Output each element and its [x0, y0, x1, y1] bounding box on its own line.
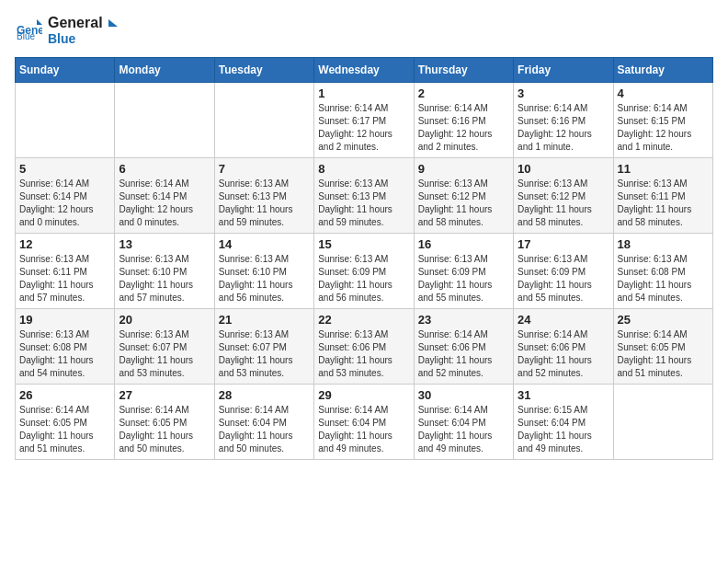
- day-number: 26: [19, 388, 110, 402]
- day-detail: Sunrise: 6:14 AM Sunset: 6:15 PM Dayligh…: [618, 102, 709, 154]
- calendar-day-cell: 12Sunrise: 6:13 AM Sunset: 6:11 PM Dayli…: [16, 234, 115, 309]
- day-detail: Sunrise: 6:13 AM Sunset: 6:12 PM Dayligh…: [418, 178, 509, 229]
- day-number: 30: [418, 388, 509, 402]
- svg-marker-3: [108, 19, 118, 27]
- day-number: 29: [318, 388, 409, 402]
- calendar-day-cell: 4Sunrise: 6:14 AM Sunset: 6:15 PM Daylig…: [613, 83, 712, 158]
- day-detail: Sunrise: 6:13 AM Sunset: 6:08 PM Dayligh…: [618, 253, 709, 304]
- day-number: 11: [618, 162, 709, 176]
- calendar-day-cell: 30Sunrise: 6:14 AM Sunset: 6:04 PM Dayli…: [414, 385, 513, 460]
- day-detail: Sunrise: 6:14 AM Sunset: 6:14 PM Dayligh…: [19, 178, 110, 229]
- calendar-day-cell: 6Sunrise: 6:14 AM Sunset: 6:14 PM Daylig…: [115, 158, 214, 234]
- day-number: 10: [518, 162, 609, 176]
- day-number: 18: [618, 237, 709, 251]
- calendar-day-header: Sunday: [16, 58, 115, 83]
- day-number: 8: [318, 162, 409, 176]
- calendar-week-row: 1Sunrise: 6:14 AM Sunset: 6:17 PM Daylig…: [16, 83, 713, 158]
- day-number: 2: [418, 86, 509, 100]
- day-number: 23: [418, 313, 509, 327]
- day-detail: Sunrise: 6:13 AM Sunset: 6:09 PM Dayligh…: [418, 253, 509, 304]
- day-detail: Sunrise: 6:13 AM Sunset: 6:06 PM Dayligh…: [318, 328, 409, 380]
- calendar-day-header: Friday: [514, 58, 613, 83]
- calendar-day-header: Saturday: [613, 58, 712, 83]
- calendar-day-header: Tuesday: [214, 58, 313, 83]
- calendar-day-cell: [613, 385, 712, 460]
- svg-text:Blue: Blue: [17, 31, 35, 41]
- day-detail: Sunrise: 6:14 AM Sunset: 6:17 PM Dayligh…: [318, 102, 409, 154]
- day-number: 19: [19, 313, 110, 327]
- day-number: 16: [418, 237, 509, 251]
- day-detail: Sunrise: 6:13 AM Sunset: 6:08 PM Dayligh…: [19, 328, 110, 380]
- calendar-day-cell: 18Sunrise: 6:13 AM Sunset: 6:08 PM Dayli…: [613, 234, 712, 309]
- calendar-day-cell: 29Sunrise: 6:14 AM Sunset: 6:04 PM Dayli…: [314, 385, 414, 460]
- day-detail: Sunrise: 6:13 AM Sunset: 6:09 PM Dayligh…: [318, 253, 409, 304]
- calendar-day-cell: 8Sunrise: 6:13 AM Sunset: 6:13 PM Daylig…: [314, 158, 414, 234]
- day-number: 20: [119, 313, 210, 327]
- calendar-day-cell: 5Sunrise: 6:14 AM Sunset: 6:14 PM Daylig…: [16, 158, 115, 234]
- logo-icon: General Blue: [17, 16, 42, 41]
- day-detail: Sunrise: 6:14 AM Sunset: 6:05 PM Dayligh…: [19, 404, 110, 455]
- day-number: 22: [318, 313, 409, 327]
- calendar-day-cell: [16, 83, 115, 158]
- calendar-day-cell: 16Sunrise: 6:13 AM Sunset: 6:09 PM Dayli…: [414, 234, 513, 309]
- calendar-day-cell: 20Sunrise: 6:13 AM Sunset: 6:07 PM Dayli…: [115, 309, 214, 385]
- calendar-week-row: 19Sunrise: 6:13 AM Sunset: 6:08 PM Dayli…: [16, 309, 713, 385]
- day-number: 7: [219, 162, 310, 176]
- calendar-day-cell: 27Sunrise: 6:14 AM Sunset: 6:05 PM Dayli…: [115, 385, 214, 460]
- day-detail: Sunrise: 6:13 AM Sunset: 6:11 PM Dayligh…: [618, 178, 709, 229]
- calendar-day-cell: 14Sunrise: 6:13 AM Sunset: 6:10 PM Dayli…: [214, 234, 313, 309]
- day-detail: Sunrise: 6:13 AM Sunset: 6:07 PM Dayligh…: [119, 328, 210, 380]
- calendar-day-header: Wednesday: [314, 58, 414, 83]
- calendar-day-cell: 31Sunrise: 6:15 AM Sunset: 6:04 PM Dayli…: [514, 385, 613, 460]
- day-number: 6: [119, 162, 210, 176]
- day-detail: Sunrise: 6:14 AM Sunset: 6:05 PM Dayligh…: [618, 328, 709, 380]
- day-number: 14: [219, 237, 310, 251]
- logo: General Blue General Blue: [15, 15, 118, 46]
- logo-general: General: [48, 15, 103, 31]
- day-number: 24: [518, 313, 609, 327]
- logo-blue: Blue: [48, 31, 103, 46]
- calendar-day-cell: 17Sunrise: 6:13 AM Sunset: 6:09 PM Dayli…: [514, 234, 613, 309]
- calendar-day-cell: [115, 83, 214, 158]
- day-detail: Sunrise: 6:13 AM Sunset: 6:11 PM Dayligh…: [19, 253, 110, 304]
- day-number: 3: [518, 86, 609, 100]
- calendar-day-cell: 3Sunrise: 6:14 AM Sunset: 6:16 PM Daylig…: [514, 83, 613, 158]
- day-number: 4: [618, 86, 709, 100]
- calendar-day-cell: 1Sunrise: 6:14 AM Sunset: 6:17 PM Daylig…: [314, 83, 414, 158]
- day-detail: Sunrise: 6:14 AM Sunset: 6:16 PM Dayligh…: [418, 102, 509, 154]
- day-number: 15: [318, 237, 409, 251]
- day-detail: Sunrise: 6:14 AM Sunset: 6:05 PM Dayligh…: [119, 404, 210, 455]
- calendar-week-row: 5Sunrise: 6:14 AM Sunset: 6:14 PM Daylig…: [16, 158, 713, 234]
- day-detail: Sunrise: 6:13 AM Sunset: 6:09 PM Dayligh…: [518, 253, 609, 304]
- day-number: 21: [219, 313, 310, 327]
- calendar-day-cell: 7Sunrise: 6:13 AM Sunset: 6:13 PM Daylig…: [214, 158, 313, 234]
- day-detail: Sunrise: 6:13 AM Sunset: 6:13 PM Dayligh…: [219, 178, 310, 229]
- calendar-day-header: Monday: [115, 58, 214, 83]
- calendar-day-cell: 10Sunrise: 6:13 AM Sunset: 6:12 PM Dayli…: [514, 158, 613, 234]
- page-header: General Blue General Blue: [15, 15, 713, 46]
- calendar-day-cell: 2Sunrise: 6:14 AM Sunset: 6:16 PM Daylig…: [414, 83, 513, 158]
- calendar-day-cell: 11Sunrise: 6:13 AM Sunset: 6:11 PM Dayli…: [613, 158, 712, 234]
- day-detail: Sunrise: 6:14 AM Sunset: 6:14 PM Dayligh…: [119, 178, 210, 229]
- calendar-day-header: Thursday: [414, 58, 513, 83]
- calendar-day-cell: 15Sunrise: 6:13 AM Sunset: 6:09 PM Dayli…: [314, 234, 414, 309]
- day-detail: Sunrise: 6:14 AM Sunset: 6:04 PM Dayligh…: [318, 404, 409, 455]
- calendar-day-cell: 24Sunrise: 6:14 AM Sunset: 6:06 PM Dayli…: [514, 309, 613, 385]
- day-number: 17: [518, 237, 609, 251]
- calendar-week-row: 26Sunrise: 6:14 AM Sunset: 6:05 PM Dayli…: [16, 385, 713, 460]
- day-number: 5: [19, 162, 110, 176]
- calendar-day-cell: 28Sunrise: 6:14 AM Sunset: 6:04 PM Dayli…: [214, 385, 313, 460]
- day-number: 12: [19, 237, 110, 251]
- day-detail: Sunrise: 6:13 AM Sunset: 6:10 PM Dayligh…: [219, 253, 310, 304]
- day-number: 27: [119, 388, 210, 402]
- calendar-day-cell: 26Sunrise: 6:14 AM Sunset: 6:05 PM Dayli…: [16, 385, 115, 460]
- day-detail: Sunrise: 6:14 AM Sunset: 6:06 PM Dayligh…: [418, 328, 509, 380]
- day-detail: Sunrise: 6:15 AM Sunset: 6:04 PM Dayligh…: [518, 404, 609, 455]
- day-detail: Sunrise: 6:14 AM Sunset: 6:06 PM Dayligh…: [518, 328, 609, 380]
- day-detail: Sunrise: 6:13 AM Sunset: 6:12 PM Dayligh…: [518, 178, 609, 229]
- day-detail: Sunrise: 6:13 AM Sunset: 6:13 PM Dayligh…: [318, 178, 409, 229]
- logo-wing-icon: [99, 17, 118, 36]
- day-number: 13: [119, 237, 210, 251]
- svg-marker-2: [37, 19, 42, 25]
- calendar-day-cell: 23Sunrise: 6:14 AM Sunset: 6:06 PM Dayli…: [414, 309, 513, 385]
